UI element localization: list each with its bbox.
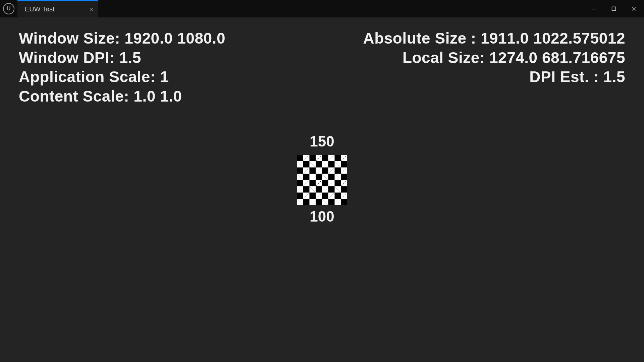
- right-info-panel: Absolute Size : 1911.0 1022.575012 Local…: [363, 29, 625, 87]
- minimize-icon: [591, 6, 596, 11]
- left-info-panel: Window Size: 1920.0 1080.0 Window DPI: 1…: [19, 29, 225, 106]
- title-bar: U EUW Test ×: [0, 0, 644, 17]
- app-icon: U: [0, 0, 17, 17]
- checker-bottom-number: 100: [310, 209, 334, 224]
- content-scale-value: 1.0 1.0: [133, 87, 182, 105]
- local-size-label: Local Size:: [402, 49, 485, 66]
- content-scale-line: Content Scale: 1.0 1.0: [19, 87, 225, 106]
- absolute-size-label: Absolute Size :: [363, 29, 476, 47]
- window-dpi-label: Window DPI:: [19, 49, 115, 66]
- window-size-label: Window Size:: [19, 29, 120, 47]
- maximize-button[interactable]: [604, 0, 624, 17]
- tab-label: EUW Test: [25, 5, 55, 13]
- window-size-value: 1920.0 1080.0: [124, 29, 225, 47]
- center-block: 150 100: [297, 134, 347, 224]
- local-size-line: Local Size: 1274.0 681.716675: [363, 48, 625, 68]
- application-scale-label: Application Scale:: [19, 68, 156, 85]
- absolute-size-line: Absolute Size : 1911.0 1022.575012: [363, 29, 625, 48]
- maximize-icon: [611, 6, 616, 11]
- application-scale-value: 1: [160, 68, 169, 85]
- window-dpi-value: 1.5: [119, 49, 141, 66]
- dpi-est-line: DPI Est. : 1.5: [363, 67, 625, 87]
- dpi-est-label: DPI Est. :: [529, 68, 599, 85]
- unreal-logo-letter: U: [7, 6, 11, 12]
- local-size-value: 1274.0 681.716675: [489, 49, 625, 66]
- window-dpi-line: Window DPI: 1.5: [19, 48, 225, 68]
- tab-euw-test[interactable]: EUW Test ×: [17, 0, 98, 17]
- content-scale-label: Content Scale:: [19, 87, 129, 105]
- close-icon: [632, 6, 636, 11]
- unreal-logo-icon: U: [3, 3, 14, 14]
- content-area: Window Size: 1920.0 1080.0 Window DPI: 1…: [0, 17, 644, 362]
- window-size-line: Window Size: 1920.0 1080.0: [19, 29, 225, 48]
- svg-rect-1: [612, 7, 616, 11]
- window-controls: [584, 0, 644, 17]
- checker-pattern: [297, 155, 347, 205]
- application-scale-line: Application Scale: 1: [19, 67, 225, 87]
- absolute-size-value: 1911.0 1022.575012: [481, 29, 625, 47]
- tab-close-icon[interactable]: ×: [90, 6, 93, 13]
- checker-top-number: 150: [310, 134, 334, 149]
- checker-wrap: [297, 155, 347, 205]
- minimize-button[interactable]: [584, 0, 604, 17]
- svg-rect-0: [592, 9, 596, 9]
- dpi-est-value: 1.5: [603, 68, 625, 85]
- close-button[interactable]: [624, 0, 644, 17]
